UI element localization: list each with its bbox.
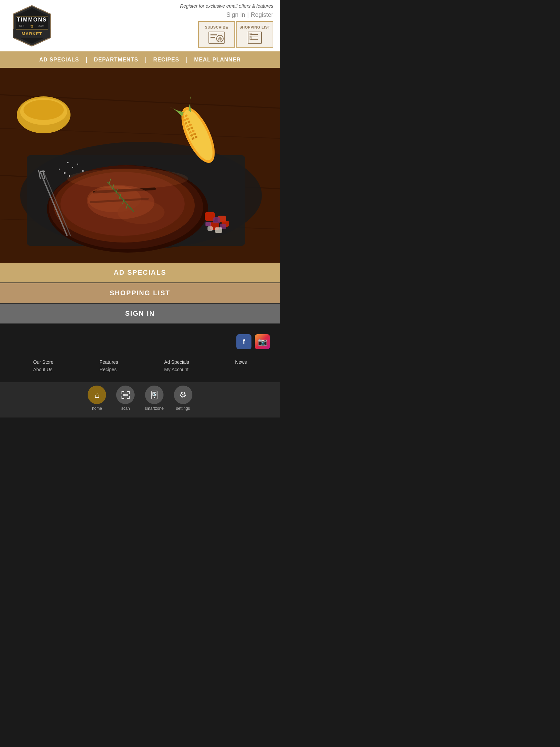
bottom-nav-settings[interactable]: ⚙ settings: [174, 386, 192, 411]
footer-col-news: News: [235, 359, 247, 372]
hero-image: [0, 68, 280, 263]
footer-col-news-title: News: [235, 359, 247, 365]
svg-rect-92: [129, 391, 130, 394]
main-nav: AD SPECIALS | DEPARTMENTS | RECIPES | ME…: [0, 51, 280, 68]
scan-icon: [116, 386, 135, 404]
svg-rect-82: [208, 226, 213, 231]
footer-item-my-account[interactable]: My Account: [164, 367, 189, 372]
svg-rect-94: [122, 396, 122, 399]
svg-rect-100: [125, 394, 126, 396]
footer-links: Our Store About Us Features Recipes Ad S…: [0, 353, 280, 382]
header-right: Register for exclusive email offers & fe…: [180, 3, 273, 48]
bottom-nav: ⌂ home scan: [0, 382, 280, 417]
svg-point-105: [154, 397, 155, 398]
action-buttons: SUBSCRIBE @ SHOPPING LIST ☒: [198, 21, 273, 48]
svg-rect-98: [122, 395, 123, 395]
footer-col-store: Our Store About Us: [33, 359, 54, 372]
footer-col-ad-specials-title: Ad Specials: [164, 359, 189, 365]
svg-rect-78: [213, 217, 220, 223]
header: MARKET TIMMONS EST. ✿ 2018 Register for …: [0, 0, 280, 51]
shopping-list-cta-button[interactable]: SHOPPING LIST: [0, 283, 280, 304]
shopping-list-icon: ☒ ☒ ☒: [246, 31, 263, 44]
bottom-nav-scan[interactable]: scan: [116, 386, 135, 411]
cta-section: AD SPECIALS SHOPPING LIST SIGN IN: [0, 263, 280, 324]
svg-rect-101: [126, 394, 127, 396]
instagram-link[interactable]: 📷: [255, 334, 270, 349]
facebook-link[interactable]: f: [236, 334, 251, 349]
bottom-nav-smartzone[interactable]: 📡 smartzone: [145, 386, 163, 411]
svg-rect-73: [82, 170, 84, 172]
shopping-list-button[interactable]: SHOPPING LIST ☒ ☒ ☒: [236, 21, 273, 48]
footer-item-about-us[interactable]: About Us: [33, 367, 54, 372]
svg-rect-90: [122, 391, 122, 394]
shopping-list-label: SHOPPING LIST: [239, 25, 270, 29]
svg-rect-80: [206, 222, 211, 226]
footer-col-ad-specials: Ad Specials My Account: [164, 359, 189, 372]
smartzone-icon: 📡: [145, 386, 163, 404]
footer-col-features-title: Features: [100, 359, 118, 365]
bottom-nav-home[interactable]: ⌂ home: [88, 386, 106, 411]
svg-point-32: [24, 100, 64, 120]
footer-col-store-title: Our Store: [33, 359, 54, 365]
settings-icon: ⚙: [174, 386, 192, 404]
auth-divider: |: [247, 11, 249, 19]
register-text: Register for exclusive email offers & fe…: [180, 3, 273, 9]
smartzone-label: smartzone: [145, 406, 163, 411]
sign-in-button[interactable]: SIGN IN: [0, 304, 280, 324]
home-icon: ⌂: [88, 386, 106, 404]
footer-item-recipes[interactable]: Recipes: [100, 367, 118, 372]
home-label: home: [92, 406, 102, 411]
hero-background: [0, 68, 280, 263]
svg-text:📡: 📡: [153, 393, 156, 396]
svg-rect-102: [128, 394, 128, 396]
facebook-icon: f: [243, 338, 245, 345]
footer-social: f 📷: [0, 324, 280, 353]
subscribe-button[interactable]: SUBSCRIBE @: [198, 21, 235, 48]
instagram-icon: 📷: [258, 338, 267, 346]
svg-rect-96: [129, 396, 130, 399]
nav-ad-specials[interactable]: AD SPECIALS: [32, 57, 86, 63]
nav-meal-planner[interactable]: MEAL PLANNER: [187, 57, 247, 63]
subscribe-icon: @: [208, 31, 225, 44]
settings-label: settings: [176, 406, 190, 411]
svg-rect-68: [72, 167, 73, 168]
footer-col-features: Features Recipes: [100, 359, 118, 372]
sign-in-link[interactable]: Sign In: [226, 11, 245, 19]
svg-rect-12: [211, 35, 217, 36]
logo-area: MARKET TIMMONS EST. ✿ 2018: [10, 4, 54, 48]
svg-rect-99: [124, 394, 124, 396]
svg-rect-13: [211, 37, 215, 38]
ad-specials-button[interactable]: AD SPECIALS: [0, 263, 280, 283]
svg-text:2018: 2018: [38, 25, 44, 27]
svg-rect-67: [67, 162, 69, 163]
svg-rect-81: [215, 227, 222, 233]
nav-departments[interactable]: DEPARTMENTS: [87, 57, 145, 63]
auth-links: Sign In | Register: [226, 11, 273, 19]
svg-point-88: [67, 169, 188, 189]
svg-text:✿: ✿: [30, 24, 33, 29]
svg-text:EST.: EST.: [20, 25, 25, 27]
logo: MARKET TIMMONS EST. ✿ 2018: [10, 4, 54, 48]
svg-text:☒: ☒: [249, 37, 252, 41]
svg-rect-103: [129, 395, 129, 395]
register-link[interactable]: Register: [251, 11, 273, 19]
svg-rect-70: [77, 163, 78, 164]
hero-food-illustration: [0, 68, 280, 263]
nav-recipes[interactable]: RECIPES: [146, 57, 186, 63]
svg-text:TIMMONS: TIMMONS: [17, 17, 47, 23]
svg-text:@: @: [218, 36, 222, 41]
scan-label: scan: [121, 406, 130, 411]
svg-rect-72: [59, 169, 60, 170]
svg-rect-69: [64, 172, 65, 174]
svg-point-41: [87, 185, 155, 219]
svg-text:MARKET: MARKET: [22, 31, 42, 36]
subscribe-label: SUBSCRIBE: [205, 25, 228, 29]
svg-rect-11: [211, 34, 217, 34]
